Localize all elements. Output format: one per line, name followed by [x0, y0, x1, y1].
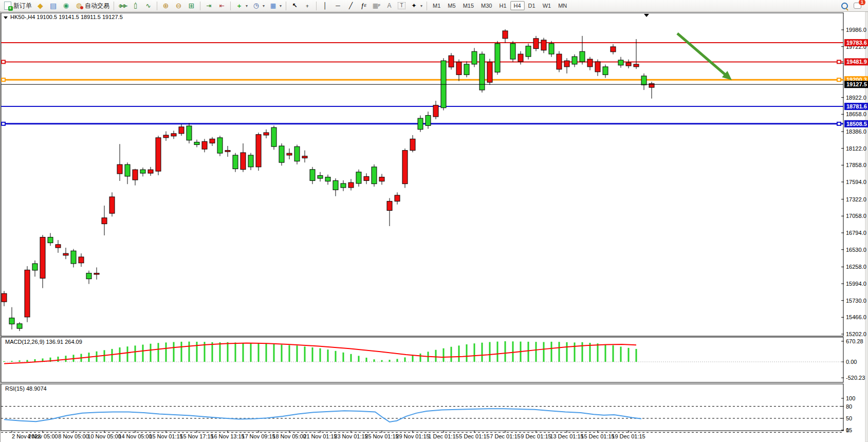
candle	[626, 63, 631, 66]
candle	[356, 172, 361, 183]
new-order-button[interactable]: + 新订单	[1, 0, 34, 11]
candle	[325, 177, 330, 181]
time-tick-label: 5 Dec 01:15	[459, 433, 489, 439]
time-tick-label: 8 Nov 05:00	[58, 433, 88, 439]
price-tick-label: 18122.0	[846, 145, 866, 152]
candle	[587, 59, 593, 67]
indicators-button[interactable]: ＋▾	[233, 0, 250, 11]
candle	[456, 62, 461, 75]
text-button[interactable]: A	[383, 0, 396, 11]
level-price-flag-label: 19783.6	[846, 40, 867, 46]
timeframe-MN[interactable]: MN	[555, 1, 570, 10]
search-icon	[840, 2, 849, 10]
candle	[279, 146, 284, 162]
level-marker[interactable]	[837, 60, 841, 63]
notifications-button[interactable]: 1	[851, 0, 864, 11]
candle	[63, 253, 68, 255]
trendline-button[interactable]: ╱	[344, 0, 357, 11]
timeframe-M1[interactable]: M1	[429, 1, 444, 10]
search-button[interactable]	[838, 0, 851, 11]
price-tick-label: 17594.0	[846, 179, 866, 185]
tile-windows-button[interactable]: ⊞	[185, 0, 198, 11]
periods-button[interactable]: ◷▾	[250, 0, 267, 11]
timeframe-D1[interactable]: D1	[525, 1, 539, 10]
templates-button[interactable]: ▦▾	[267, 0, 284, 11]
text-label-button[interactable]: T	[396, 0, 408, 11]
zoom-in-icon: ⊕	[161, 2, 170, 10]
level-marker[interactable]	[2, 78, 5, 81]
vertical-line-button[interactable]: │	[319, 0, 331, 11]
toolbar-separator	[114, 2, 114, 10]
fibo-grid-button[interactable]: ▦F	[370, 0, 383, 11]
terminal-window-button[interactable]: ▤	[47, 0, 60, 11]
candle	[333, 180, 338, 190]
gold-pyramid-button[interactable]: ◆	[34, 0, 47, 11]
auto-trading-label: 自动交易	[85, 2, 109, 10]
timeframe-H4[interactable]: H4	[510, 1, 525, 10]
level-marker[interactable]	[837, 122, 841, 125]
auto-scroll-button[interactable]: ⇥	[202, 0, 215, 11]
timeframe-M15[interactable]: M15	[459, 1, 477, 10]
expert-advisor-button[interactable]: ◉	[60, 0, 72, 11]
candlestick-chart-button[interactable]: ▯̍	[129, 0, 142, 11]
level-marker[interactable]	[2, 122, 5, 125]
current-price-flag-label: 19127.5	[846, 81, 867, 87]
time-tick-label: 25 Nov 01:15	[365, 433, 398, 439]
indicators-icon: ＋	[235, 2, 244, 10]
candle	[426, 116, 431, 126]
timeframe-M30[interactable]: M30	[477, 1, 495, 10]
candle	[194, 142, 199, 145]
fibonacci-button[interactable]: ƒE	[357, 0, 370, 11]
macd-tick-label: 0.00	[846, 359, 857, 365]
candle	[148, 170, 153, 173]
level-marker[interactable]	[837, 78, 841, 81]
candle	[379, 177, 384, 181]
chart-shift-button[interactable]: ⇤	[215, 0, 228, 11]
candle	[17, 324, 22, 328]
candle	[133, 170, 138, 180]
timeframe-W1[interactable]: W1	[539, 1, 555, 10]
cursor-button[interactable]: ↖	[288, 0, 301, 11]
timeframe-M5[interactable]: M5	[444, 1, 459, 10]
chart-canvas[interactable]: 19986.019722.019458.018922.018658.018386…	[0, 12, 868, 442]
zoom-out-button[interactable]: ⊖	[172, 0, 185, 11]
rsi-tick-label: 80	[846, 403, 852, 410]
candle	[487, 62, 492, 83]
arrows-button[interactable]: ✦▾	[408, 0, 424, 11]
candle	[318, 176, 323, 179]
crosshair-button[interactable]: ﹢	[301, 0, 314, 11]
candle	[248, 155, 253, 167]
zoom-out-icon: ⊖	[174, 2, 183, 10]
candle	[634, 64, 639, 67]
candle	[202, 141, 207, 149]
macd-tick-label: 670.28	[846, 338, 863, 344]
price-tick-label: 17058.0	[846, 213, 866, 219]
notification-badge: 1	[859, 0, 865, 5]
level-price-flag-label: 18781.6	[846, 103, 867, 109]
time-tick-label: 17 Nov 09:15	[242, 433, 275, 439]
candle	[464, 64, 469, 75]
trendline-icon: ╱	[346, 2, 355, 10]
candle	[611, 47, 616, 52]
candle	[595, 62, 600, 72]
rsi-tick-label: 100	[846, 395, 855, 401]
bar-chart-button[interactable]: ⌱⌱	[116, 0, 129, 11]
price-tick-label: 18922.0	[846, 95, 866, 101]
auto-trading-button[interactable]: ◍ 自动交易	[72, 0, 112, 11]
price-tick-label: 17322.0	[846, 196, 866, 202]
candle	[86, 273, 91, 279]
zoom-in-button[interactable]: ⊕	[159, 0, 172, 11]
new-order-icon: +	[3, 2, 12, 10]
arrows-icon: ✦	[410, 2, 418, 10]
candle	[341, 183, 346, 188]
line-chart-button[interactable]: ∿	[142, 0, 155, 11]
toolbar-separator	[316, 2, 317, 10]
candle	[310, 170, 315, 181]
horizontal-line-button[interactable]: ─	[331, 0, 344, 11]
main-toolbar: + 新订单 ◆ ▤ ◉ ◍ 自动交易 ⌱⌱ ▯̍ ∿ ⊕ ⊖ ⊞ ⇥ ⇤ ＋▾ …	[0, 0, 868, 12]
candle	[641, 76, 647, 85]
templates-icon: ▦	[269, 2, 278, 10]
level-marker[interactable]	[2, 60, 5, 63]
timeframe-H1[interactable]: H1	[495, 1, 510, 10]
candle	[618, 60, 623, 65]
